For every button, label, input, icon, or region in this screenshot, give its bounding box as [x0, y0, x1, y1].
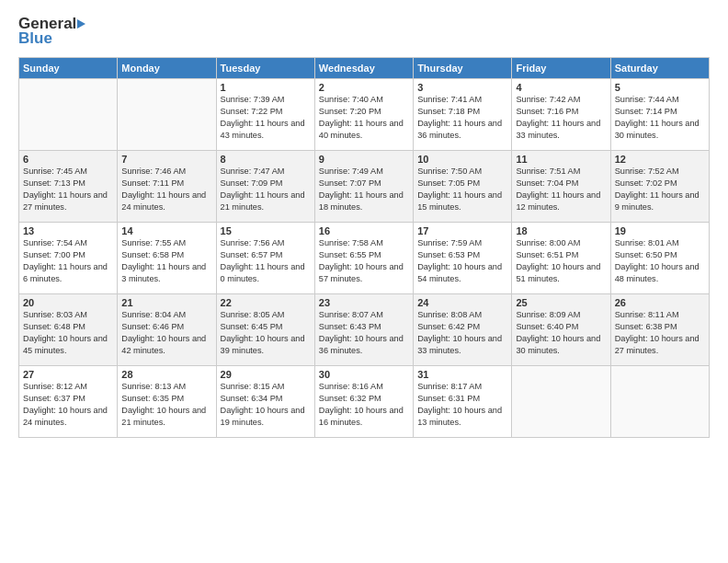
calendar-cell — [19, 79, 118, 151]
calendar-cell: 5Sunrise: 7:44 AMSunset: 7:14 PMDaylight… — [610, 79, 709, 151]
calendar-cell: 16Sunrise: 7:58 AMSunset: 6:55 PMDayligh… — [314, 223, 413, 294]
day-info: Sunrise: 8:17 AMSunset: 6:31 PMDaylight:… — [417, 381, 507, 429]
day-info: Sunrise: 8:08 AMSunset: 6:42 PMDaylight:… — [417, 309, 507, 357]
calendar-cell: 4Sunrise: 7:42 AMSunset: 7:16 PMDaylight… — [512, 79, 610, 151]
page: General Blue SundayMondayTuesdayWednesda… — [0, 0, 728, 563]
calendar-header-row: SundayMondayTuesdayWednesdayThursdayFrid… — [19, 58, 710, 79]
calendar-cell — [610, 366, 709, 438]
calendar-cell: 3Sunrise: 7:41 AMSunset: 7:18 PMDaylight… — [414, 79, 512, 151]
day-number: 18 — [516, 225, 606, 236]
calendar-cell: 30Sunrise: 8:16 AMSunset: 6:32 PMDayligh… — [314, 366, 413, 438]
logo-arrow-icon — [77, 19, 85, 29]
day-info: Sunrise: 7:41 AMSunset: 7:18 PMDaylight:… — [417, 94, 507, 142]
calendar-cell: 8Sunrise: 7:47 AMSunset: 7:09 PMDaylight… — [216, 151, 314, 223]
day-number: 6 — [23, 154, 113, 165]
day-number: 11 — [516, 154, 606, 165]
calendar-table: SundayMondayTuesdayWednesdayThursdayFrid… — [18, 57, 710, 438]
day-info: Sunrise: 8:16 AMSunset: 6:32 PMDaylight:… — [319, 381, 409, 429]
calendar-cell: 20Sunrise: 8:03 AMSunset: 6:48 PMDayligh… — [19, 294, 118, 366]
calendar-cell: 7Sunrise: 7:46 AMSunset: 7:11 PMDaylight… — [118, 151, 216, 223]
calendar-cell: 28Sunrise: 8:13 AMSunset: 6:35 PMDayligh… — [118, 366, 216, 438]
day-number: 24 — [417, 297, 507, 308]
day-info: Sunrise: 8:00 AMSunset: 6:51 PMDaylight:… — [516, 237, 606, 285]
day-info: Sunrise: 7:44 AMSunset: 7:14 PMDaylight:… — [615, 94, 705, 142]
calendar-cell — [118, 79, 216, 151]
day-info: Sunrise: 8:09 AMSunset: 6:40 PMDaylight:… — [516, 309, 606, 357]
calendar-cell: 21Sunrise: 8:04 AMSunset: 6:46 PMDayligh… — [118, 294, 216, 366]
calendar-cell: 22Sunrise: 8:05 AMSunset: 6:45 PMDayligh… — [216, 294, 314, 366]
day-number: 20 — [23, 297, 113, 308]
day-info: Sunrise: 7:52 AMSunset: 7:02 PMDaylight:… — [615, 166, 705, 213]
header: General Blue — [18, 15, 710, 48]
day-number: 13 — [23, 225, 113, 236]
day-info: Sunrise: 8:15 AMSunset: 6:34 PMDaylight:… — [221, 381, 311, 429]
day-number: 26 — [615, 297, 705, 308]
weekday-header: Saturday — [610, 58, 709, 79]
day-number: 30 — [319, 369, 409, 380]
day-info: Sunrise: 7:59 AMSunset: 6:53 PMDaylight:… — [417, 237, 507, 285]
weekday-header: Thursday — [414, 58, 512, 79]
calendar-cell: 25Sunrise: 8:09 AMSunset: 6:40 PMDayligh… — [512, 294, 610, 366]
calendar-cell: 17Sunrise: 7:59 AMSunset: 6:53 PMDayligh… — [414, 223, 512, 294]
day-number: 14 — [121, 225, 211, 236]
day-info: Sunrise: 7:49 AMSunset: 7:07 PMDaylight:… — [319, 166, 409, 213]
logo-blue: Blue — [18, 29, 52, 48]
day-number: 19 — [615, 225, 705, 236]
calendar-cell: 6Sunrise: 7:45 AMSunset: 7:13 PMDaylight… — [19, 151, 118, 223]
day-info: Sunrise: 8:12 AMSunset: 6:37 PMDaylight:… — [23, 381, 113, 429]
day-info: Sunrise: 7:51 AMSunset: 7:04 PMDaylight:… — [516, 166, 606, 213]
day-number: 10 — [417, 154, 507, 165]
day-number: 16 — [319, 225, 409, 236]
day-info: Sunrise: 7:55 AMSunset: 6:58 PMDaylight:… — [121, 237, 211, 285]
day-number: 7 — [121, 154, 211, 165]
calendar-cell: 18Sunrise: 8:00 AMSunset: 6:51 PMDayligh… — [512, 223, 610, 294]
day-number: 8 — [221, 154, 311, 165]
day-info: Sunrise: 8:03 AMSunset: 6:48 PMDaylight:… — [23, 309, 113, 357]
day-number: 25 — [516, 297, 606, 308]
calendar-cell: 29Sunrise: 8:15 AMSunset: 6:34 PMDayligh… — [216, 366, 314, 438]
day-number: 22 — [221, 297, 311, 308]
weekday-header: Monday — [118, 58, 216, 79]
day-info: Sunrise: 7:39 AMSunset: 7:22 PMDaylight:… — [221, 94, 311, 142]
day-info: Sunrise: 7:58 AMSunset: 6:55 PMDaylight:… — [319, 237, 409, 285]
logo: General Blue — [18, 15, 86, 48]
calendar-cell: 14Sunrise: 7:55 AMSunset: 6:58 PMDayligh… — [118, 223, 216, 294]
calendar-cell: 10Sunrise: 7:50 AMSunset: 7:05 PMDayligh… — [414, 151, 512, 223]
day-number: 9 — [319, 154, 409, 165]
calendar-cell: 9Sunrise: 7:49 AMSunset: 7:07 PMDaylight… — [314, 151, 413, 223]
day-number: 17 — [417, 225, 507, 236]
day-info: Sunrise: 7:47 AMSunset: 7:09 PMDaylight:… — [221, 166, 311, 213]
weekday-header: Friday — [512, 58, 610, 79]
calendar-cell: 24Sunrise: 8:08 AMSunset: 6:42 PMDayligh… — [414, 294, 512, 366]
day-number: 23 — [319, 297, 409, 308]
day-info: Sunrise: 8:11 AMSunset: 6:38 PMDaylight:… — [615, 309, 705, 357]
calendar-week-row: 6Sunrise: 7:45 AMSunset: 7:13 PMDaylight… — [19, 151, 710, 223]
day-number: 4 — [516, 82, 606, 93]
day-info: Sunrise: 7:50 AMSunset: 7:05 PMDaylight:… — [417, 166, 507, 213]
calendar-cell: 19Sunrise: 8:01 AMSunset: 6:50 PMDayligh… — [610, 223, 709, 294]
day-number: 12 — [615, 154, 705, 165]
day-number: 28 — [121, 369, 211, 380]
calendar-cell: 26Sunrise: 8:11 AMSunset: 6:38 PMDayligh… — [610, 294, 709, 366]
day-info: Sunrise: 7:45 AMSunset: 7:13 PMDaylight:… — [23, 166, 113, 213]
day-number: 2 — [319, 82, 409, 93]
calendar-cell: 1Sunrise: 7:39 AMSunset: 7:22 PMDaylight… — [216, 79, 314, 151]
calendar-week-row: 27Sunrise: 8:12 AMSunset: 6:37 PMDayligh… — [19, 366, 710, 438]
calendar-week-row: 1Sunrise: 7:39 AMSunset: 7:22 PMDaylight… — [19, 79, 710, 151]
day-info: Sunrise: 8:01 AMSunset: 6:50 PMDaylight:… — [615, 237, 705, 285]
day-info: Sunrise: 7:46 AMSunset: 7:11 PMDaylight:… — [121, 166, 211, 213]
day-number: 1 — [221, 82, 311, 93]
weekday-header: Sunday — [19, 58, 118, 79]
calendar-cell — [512, 366, 610, 438]
day-number: 15 — [221, 225, 311, 236]
calendar-week-row: 20Sunrise: 8:03 AMSunset: 6:48 PMDayligh… — [19, 294, 710, 366]
calendar-cell: 2Sunrise: 7:40 AMSunset: 7:20 PMDaylight… — [314, 79, 413, 151]
day-number: 21 — [121, 297, 211, 308]
calendar-cell: 13Sunrise: 7:54 AMSunset: 7:00 PMDayligh… — [19, 223, 118, 294]
day-number: 5 — [615, 82, 705, 93]
calendar-week-row: 13Sunrise: 7:54 AMSunset: 7:00 PMDayligh… — [19, 223, 710, 294]
weekday-header: Wednesday — [314, 58, 413, 79]
day-number: 27 — [23, 369, 113, 380]
weekday-header: Tuesday — [216, 58, 314, 79]
calendar-cell: 31Sunrise: 8:17 AMSunset: 6:31 PMDayligh… — [414, 366, 512, 438]
